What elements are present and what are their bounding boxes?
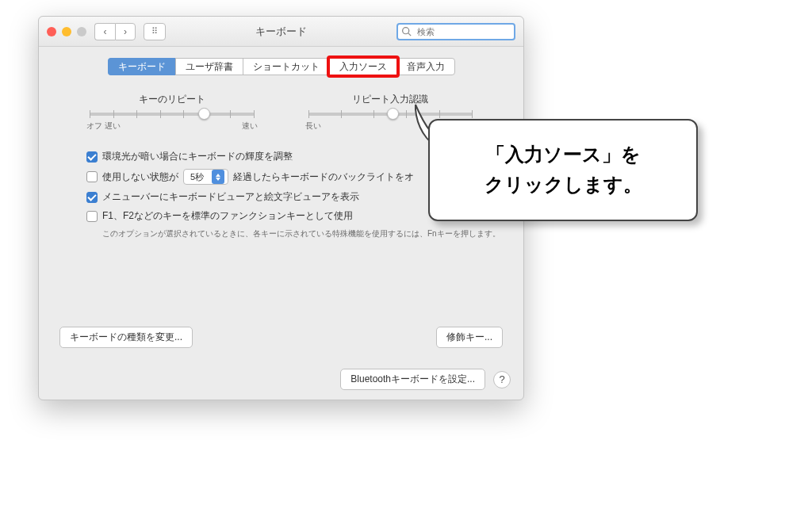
key-repeat-slider: キーのリピート オフ 遅い 速い <box>86 93 258 132</box>
delay-knob[interactable] <box>387 108 399 120</box>
key-repeat-knob[interactable] <box>198 108 210 120</box>
checkbox-icon <box>86 151 98 163</box>
footer: Bluetoothキーボードを設定... ? <box>39 359 523 400</box>
stepper-icon <box>212 170 224 184</box>
zoom-icon[interactable] <box>77 27 86 36</box>
chevron-left-icon: ‹ <box>104 26 107 37</box>
search-input[interactable] <box>396 23 515 40</box>
chevron-right-icon: › <box>124 26 127 37</box>
key-repeat-title: キーのリピート <box>86 93 258 106</box>
titlebar: ‹ › ⠿ キーボード <box>39 17 523 47</box>
bottom-row: キーボードの種類を変更... 修飾キー... <box>55 327 508 348</box>
search-wrap <box>396 23 515 40</box>
fn-note: このオプションが選択されているときに、各キーに示されている特殊機能を使用するには… <box>55 228 508 239</box>
checkbox-icon <box>86 211 98 222</box>
tabs: キーボード ユーザ辞書 ショートカット 入力ソース 音声入力 <box>55 58 508 75</box>
checkbox-icon <box>86 171 98 182</box>
callout-line2: クリックします。 <box>446 170 680 200</box>
tab-input-source[interactable]: 入力ソース <box>329 58 396 75</box>
back-button[interactable]: ‹ <box>94 23 115 40</box>
check-fn-keys-label: F1、F2などのキーを標準のファンクションキーとして使用 <box>102 209 353 223</box>
delay-left-label: 長い <box>305 121 321 132</box>
turn-off-select-value: 5秒 <box>190 171 204 183</box>
svg-line-1 <box>408 33 411 35</box>
bluetooth-setup-button[interactable]: Bluetoothキーボードを設定... <box>340 369 485 390</box>
instruction-callout: 「入力ソース」を クリックします。 <box>428 119 698 221</box>
close-icon[interactable] <box>47 27 56 36</box>
nav-buttons: ‹ › <box>94 23 136 40</box>
traffic-lights <box>47 27 86 36</box>
callout-line1: 「入力ソース」を <box>446 140 680 170</box>
tab-shortcut[interactable]: ショートカット <box>243 58 329 75</box>
key-repeat-right-label: 速い <box>242 121 258 132</box>
tab-dictation[interactable]: 音声入力 <box>396 58 455 75</box>
show-all-button[interactable]: ⠿ <box>144 23 166 40</box>
search-icon <box>401 26 412 36</box>
check-show-viewers-label: メニューバーにキーボードビューアと絵文字ビューアを表示 <box>102 190 359 204</box>
tab-user-dict[interactable]: ユーザ辞書 <box>175 58 243 75</box>
turn-off-delay-select[interactable]: 5秒 <box>183 169 228 185</box>
key-repeat-track[interactable] <box>90 113 255 116</box>
check-backlight-adjust-label: 環境光が暗い場合にキーボードの輝度を調整 <box>102 150 293 163</box>
key-repeat-left-label: オフ 遅い <box>86 121 121 132</box>
key-repeat-labels: オフ 遅い 速い <box>86 121 258 132</box>
help-button[interactable]: ? <box>493 371 511 388</box>
tab-keyboard[interactable]: キーボード <box>108 58 175 75</box>
checkbox-icon <box>86 192 98 203</box>
minimize-icon[interactable] <box>62 27 71 36</box>
modifier-keys-button[interactable]: 修飾キー... <box>436 327 503 348</box>
change-keyboard-type-button[interactable]: キーボードの種類を変更... <box>59 327 193 348</box>
svg-point-0 <box>403 27 409 33</box>
grid-icon: ⠿ <box>151 26 158 36</box>
turn-off-prefix: 使用しない状態が <box>102 170 178 184</box>
turn-off-suffix: 経過したらキーボードのバックライトをオ <box>233 170 414 184</box>
forward-button[interactable]: › <box>115 23 136 40</box>
